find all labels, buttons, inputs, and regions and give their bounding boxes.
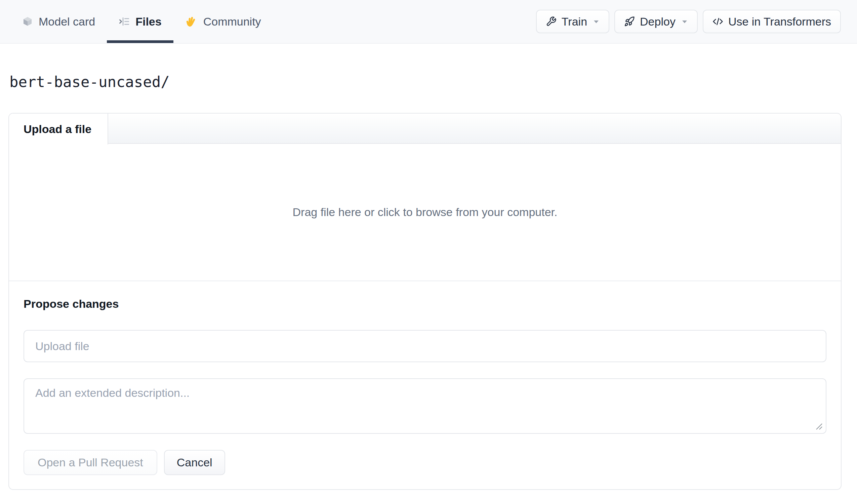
chevron-down-icon [593, 19, 600, 24]
repo-path: bert-base-uncased/ [10, 73, 857, 91]
chevron-down-icon [681, 19, 688, 24]
tab-label: Model card [39, 15, 95, 28]
upload-card: Upload a file Drag file here or click to… [9, 113, 842, 490]
dropzone-hint: Drag file here or click to browse from y… [293, 206, 557, 219]
file-dropzone[interactable]: Drag file here or click to browse from y… [9, 144, 841, 281]
use-in-transformers-button[interactable]: Use in Transformers [703, 10, 841, 33]
tab-label: Files [135, 15, 161, 28]
rocket-icon [624, 16, 635, 27]
tab-label: Upload a file [23, 123, 91, 136]
tab-community[interactable]: Community [173, 0, 273, 43]
card-header: Upload a file [9, 114, 841, 144]
description-field-wrap [23, 378, 826, 434]
top-navigation: Model card Files Community [0, 0, 857, 44]
file-list-icon [119, 16, 130, 27]
code-icon [712, 16, 723, 27]
form-actions: Open a Pull Request Cancel [23, 450, 826, 475]
description-textarea[interactable] [23, 378, 826, 434]
deploy-button[interactable]: Deploy [614, 10, 698, 33]
train-button[interactable]: Train [536, 10, 609, 33]
card-header-strip [108, 114, 841, 143]
tab-files[interactable]: Files [107, 0, 173, 43]
filename-input[interactable] [23, 330, 826, 362]
cancel-button[interactable]: Cancel [164, 450, 225, 475]
tab-model-card[interactable]: Model card [10, 0, 107, 43]
waving-hand-icon [185, 15, 198, 28]
button-label: Deploy [640, 15, 675, 28]
tab-label: Community [203, 15, 261, 28]
button-label: Train [561, 15, 587, 28]
propose-changes-section: Propose changes Open a Pull Request Canc… [9, 281, 841, 489]
open-pull-request-button[interactable]: Open a Pull Request [23, 450, 157, 475]
button-label: Use in Transformers [728, 15, 831, 28]
tab-upload-a-file[interactable]: Upload a file [9, 114, 108, 145]
wrench-icon [546, 16, 557, 27]
resize-handle-icon[interactable] [814, 422, 823, 431]
repo-tabs: Model card Files Community [10, 0, 273, 43]
model-action-buttons: Train Deploy [536, 0, 841, 43]
section-heading: Propose changes [23, 297, 826, 310]
cube-icon [22, 16, 33, 27]
